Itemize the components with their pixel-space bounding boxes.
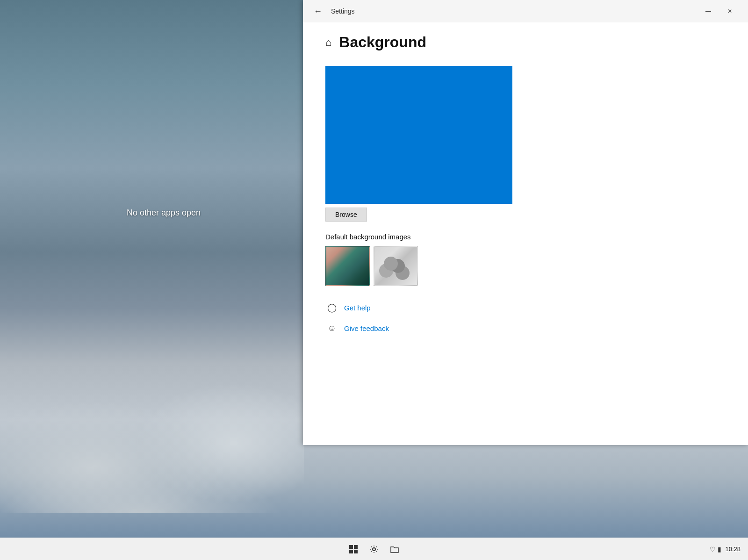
default-images-label: Default background images [325, 233, 726, 241]
minimize-button[interactable]: — [698, 4, 719, 19]
system-tray-icons: ♡ ▮ [710, 546, 721, 553]
page-header: ⌂ Background [325, 34, 726, 51]
gear-icon [370, 545, 378, 553]
home-icon: ⌂ [325, 36, 331, 49]
title-bar: ← Settings — ✕ [303, 0, 748, 22]
battery-icon[interactable]: ▮ [718, 546, 721, 553]
taskbar: ♡ ▮ 10:28 [0, 538, 748, 560]
give-feedback-link[interactable]: ☺ Give feedback [325, 322, 726, 335]
close-button[interactable]: ✕ [719, 4, 741, 19]
window-title: Settings [331, 7, 355, 15]
start-button[interactable] [344, 540, 363, 559]
taskbar-center [344, 540, 404, 559]
thumbnail-2[interactable] [374, 246, 418, 286]
settings-taskbar-button[interactable] [365, 540, 383, 559]
back-button[interactable]: ← [310, 4, 325, 19]
svg-rect-3 [354, 550, 358, 553]
folder-icon [390, 545, 399, 553]
get-help-link[interactable]: ◯ Get help [325, 301, 726, 314]
no-apps-label: No other apps open [23, 208, 304, 218]
svg-point-4 [373, 548, 375, 551]
preview-container: Browse [325, 66, 726, 222]
svg-rect-0 [349, 545, 353, 549]
help-circle-icon: ◯ [325, 301, 338, 314]
svg-rect-2 [349, 550, 353, 553]
thumbnail-1[interactable] [325, 246, 370, 286]
taskbar-right: ♡ ▮ 10:28 [710, 546, 748, 553]
title-bar-left: ← Settings [310, 4, 355, 19]
file-explorer-taskbar-button[interactable] [385, 540, 404, 559]
give-feedback-label: Give feedback [344, 324, 389, 332]
background-preview [325, 66, 512, 204]
title-bar-controls: — ✕ [698, 4, 741, 19]
get-help-label: Get help [344, 304, 371, 312]
settings-content: ⌂ Background Browse Default background i… [303, 22, 748, 445]
svg-rect-1 [354, 545, 358, 549]
notification-icon[interactable]: ♡ [710, 546, 716, 553]
browse-button[interactable]: Browse [325, 208, 367, 222]
feedback-icon: ☺ [325, 322, 338, 335]
windows-logo-icon [349, 545, 358, 553]
page-title: Background [339, 34, 426, 51]
help-links: ◯ Get help ☺ Give feedback [325, 301, 726, 335]
settings-window: ← Settings — ✕ ⌂ Background Browse Defau… [303, 0, 748, 445]
thumbnail-row [325, 246, 726, 286]
clock[interactable]: 10:28 [725, 546, 741, 553]
desktop-overlay [0, 280, 304, 513]
